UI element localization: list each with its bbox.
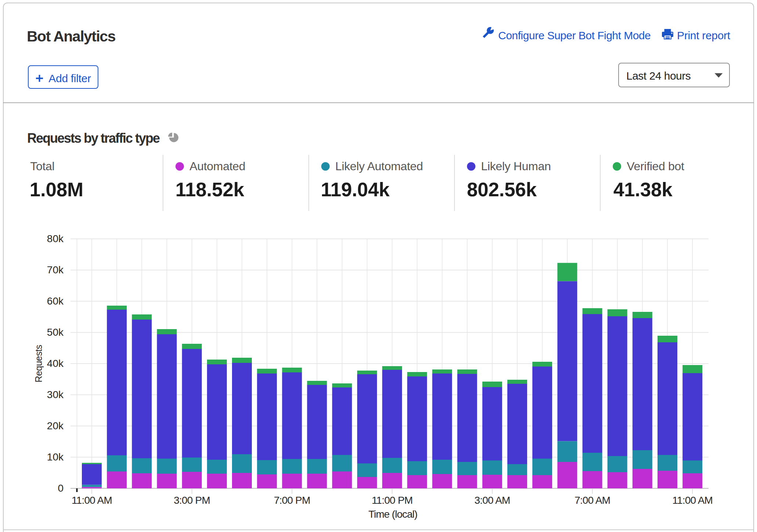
svg-text:10k: 10k — [47, 451, 64, 463]
svg-text:11:00 AM: 11:00 AM — [672, 495, 713, 506]
svg-text:0: 0 — [58, 482, 64, 494]
svg-text:20k: 20k — [47, 420, 64, 431]
svg-text:11:00 PM: 11:00 PM — [372, 495, 412, 506]
svg-text:3:00 AM: 3:00 AM — [474, 495, 510, 506]
svg-text:11:00 AM: 11:00 AM — [72, 495, 112, 506]
svg-text:60k: 60k — [47, 295, 64, 307]
svg-text:70k: 70k — [47, 264, 64, 276]
svg-text:30k: 30k — [47, 389, 64, 400]
svg-text:40k: 40k — [47, 358, 64, 369]
svg-text:80k: 80k — [47, 233, 64, 244]
svg-text:3:00 PM: 3:00 PM — [174, 495, 210, 506]
svg-text:Time (local): Time (local) — [368, 509, 417, 520]
svg-text:50k: 50k — [47, 327, 64, 338]
svg-text:Requests: Requests — [33, 345, 44, 382]
svg-text:7:00 PM: 7:00 PM — [274, 495, 310, 506]
svg-text:7:00 AM: 7:00 AM — [575, 495, 610, 506]
